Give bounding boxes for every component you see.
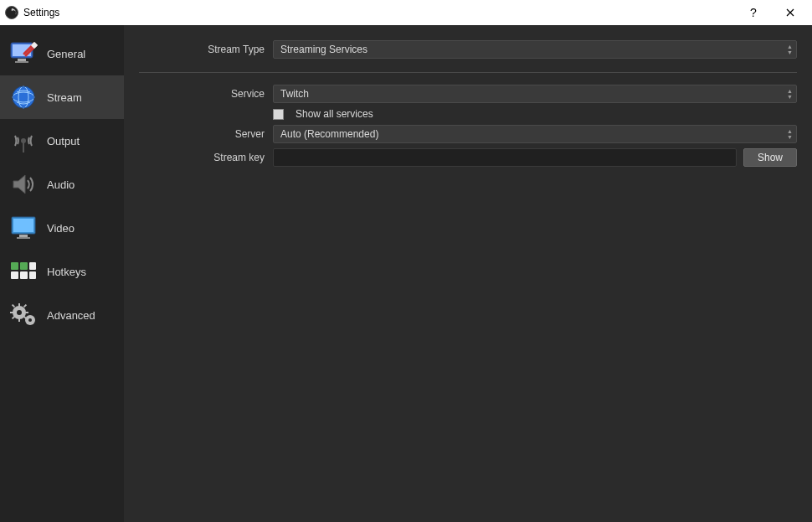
svg-rect-20 bbox=[20, 271, 28, 279]
sidebar-item-label: Output bbox=[47, 135, 80, 147]
svg-rect-19 bbox=[11, 271, 18, 279]
select-value: Twitch bbox=[280, 88, 309, 100]
sidebar-item-hotkeys[interactable]: Hotkeys bbox=[0, 250, 124, 293]
sidebar-item-label: Advanced bbox=[47, 309, 95, 322]
svg-rect-21 bbox=[29, 271, 36, 279]
button-label: Show bbox=[758, 152, 783, 163]
show-stream-key-button[interactable]: Show bbox=[743, 148, 797, 167]
sidebar-item-label: General bbox=[47, 48, 85, 60]
label-stream-key: Stream key bbox=[139, 152, 273, 163]
label-server: Server bbox=[139, 128, 273, 140]
label-stream-type: Stream Type bbox=[139, 44, 273, 55]
row-stream-key: Stream key Show bbox=[139, 148, 797, 167]
svg-rect-27 bbox=[24, 312, 28, 313]
svg-rect-30 bbox=[23, 304, 27, 308]
monitor-tools-icon bbox=[8, 39, 39, 69]
svg-rect-16 bbox=[11, 262, 18, 270]
label-show-all-services: Show all services bbox=[296, 108, 373, 120]
svg-rect-26 bbox=[10, 312, 14, 313]
row-service: Service Twitch ▲▼ bbox=[139, 85, 797, 103]
select-service[interactable]: Twitch ▲▼ bbox=[273, 85, 797, 103]
window-title: Settings bbox=[23, 7, 59, 18]
svg-rect-18 bbox=[29, 262, 36, 270]
globe-icon bbox=[8, 82, 39, 112]
antenna-icon bbox=[8, 126, 39, 156]
help-button[interactable]: ? bbox=[735, 0, 772, 25]
select-value: Streaming Services bbox=[280, 44, 367, 55]
svg-point-23 bbox=[17, 310, 22, 315]
sidebar-item-label: Video bbox=[47, 222, 75, 235]
sidebar-item-label: Hotkeys bbox=[47, 266, 86, 278]
sidebar-item-label: Audio bbox=[47, 178, 75, 191]
close-button[interactable] bbox=[772, 0, 809, 25]
svg-rect-14 bbox=[19, 235, 28, 237]
divider bbox=[139, 72, 797, 73]
sidebar-item-label: Stream bbox=[47, 91, 82, 104]
gears-icon bbox=[8, 300, 39, 330]
select-stream-type[interactable]: Streaming Services ▲▼ bbox=[273, 40, 797, 59]
select-server[interactable]: Auto (Recommended) ▲▼ bbox=[273, 125, 797, 143]
main-panel: Stream Type Streaming Services ▲▼ Servic… bbox=[124, 25, 812, 522]
svg-rect-25 bbox=[18, 318, 20, 322]
svg-point-0 bbox=[6, 7, 18, 19]
sidebar-item-general[interactable]: General bbox=[0, 32, 124, 75]
checkbox-show-all-services[interactable] bbox=[273, 109, 284, 120]
speaker-icon bbox=[8, 169, 39, 199]
svg-rect-28 bbox=[12, 304, 15, 308]
chevron-updown-icon: ▲▼ bbox=[787, 41, 793, 58]
settings-window: Settings ? Gen bbox=[0, 0, 812, 522]
sidebar-item-video[interactable]: Video bbox=[0, 206, 124, 250]
obs-app-icon bbox=[5, 6, 18, 19]
titlebar: Settings ? bbox=[0, 0, 812, 25]
dialog-body: General Stream bbox=[0, 25, 812, 522]
row-stream-type: Stream Type Streaming Services ▲▼ bbox=[139, 40, 797, 59]
monitor-icon bbox=[8, 213, 39, 243]
label-service: Service bbox=[139, 88, 273, 100]
select-value: Auto (Recommended) bbox=[280, 128, 378, 140]
sidebar-item-advanced[interactable]: Advanced bbox=[0, 293, 124, 337]
svg-point-33 bbox=[28, 318, 32, 322]
sidebar-item-stream[interactable]: Stream bbox=[0, 75, 124, 119]
row-server: Server Auto (Recommended) ▲▼ bbox=[139, 125, 797, 143]
sidebar-item-output[interactable]: Output bbox=[0, 119, 124, 163]
input-stream-key[interactable] bbox=[273, 148, 737, 167]
svg-rect-13 bbox=[13, 219, 33, 232]
svg-rect-3 bbox=[18, 59, 26, 61]
keyboard-keys-icon bbox=[8, 256, 39, 287]
chevron-updown-icon: ▲▼ bbox=[787, 126, 793, 142]
sidebar: General Stream bbox=[0, 25, 124, 522]
chevron-updown-icon: ▲▼ bbox=[787, 85, 793, 102]
sidebar-item-audio[interactable]: Audio bbox=[0, 163, 124, 206]
svg-rect-15 bbox=[17, 237, 30, 239]
row-show-all: Show all services bbox=[139, 108, 797, 120]
svg-rect-24 bbox=[18, 303, 20, 308]
svg-rect-17 bbox=[20, 262, 28, 270]
svg-rect-4 bbox=[15, 61, 28, 63]
